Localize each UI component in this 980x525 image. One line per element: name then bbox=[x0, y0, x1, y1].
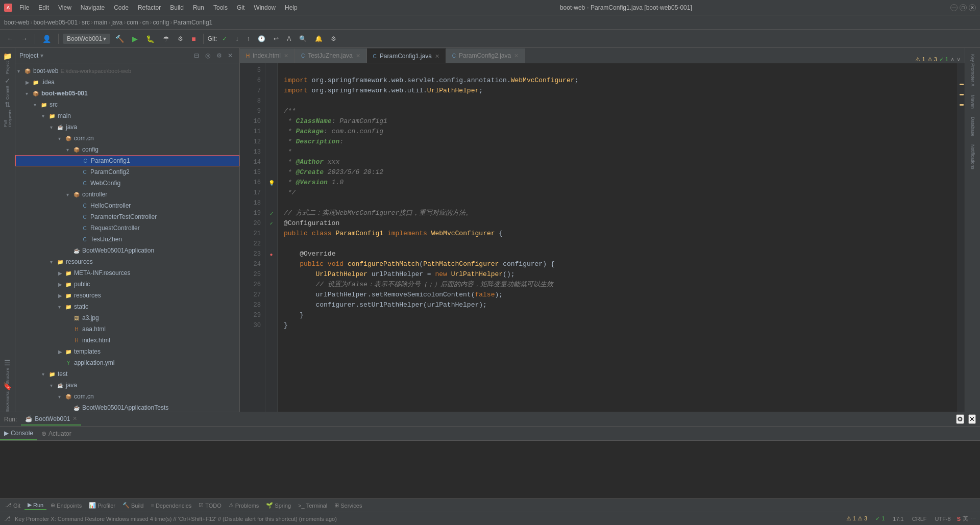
close-tab-testjuzhen[interactable]: ✕ bbox=[356, 53, 360, 59]
collapse-all-button[interactable]: ⊟ bbox=[191, 51, 202, 61]
tree-item-module[interactable]: ▾ 📦 boot-web05-001 bbox=[15, 88, 239, 99]
breadcrumb-config[interactable]: config bbox=[153, 19, 169, 26]
tree-item-com-cn[interactable]: ▾ 📦 com.cn bbox=[15, 133, 239, 144]
code-content[interactable]: import org.springframework.web.servlet.c… bbox=[278, 63, 958, 412]
tree-item-test-java[interactable]: ▾ ☕ java bbox=[15, 380, 239, 391]
console-tab[interactable]: ▶ Console bbox=[0, 427, 37, 440]
minimize-button[interactable]: — bbox=[950, 4, 958, 11]
tree-item-aaa-html[interactable]: ▶ H aaa.html bbox=[15, 323, 239, 335]
endpoints-bottom-btn[interactable]: ⊕ Endpoints bbox=[47, 501, 85, 510]
tree-item-paramconfig2[interactable]: ▶ C ParamConfig2 bbox=[15, 166, 239, 178]
breadcrumb-boot-web[interactable]: boot-web bbox=[4, 19, 29, 26]
tree-item-static[interactable]: ▾ 📁 static bbox=[15, 301, 239, 312]
translate-button[interactable]: A bbox=[284, 34, 294, 44]
stop-button[interactable]: ■ bbox=[188, 33, 199, 44]
menu-tools[interactable]: Tools bbox=[209, 3, 232, 12]
settings-button[interactable]: ⚙ bbox=[328, 34, 339, 44]
tree-item-java[interactable]: ▾ ☕ java bbox=[15, 121, 239, 133]
git-bottom-btn[interactable]: ⎇ Git bbox=[2, 501, 23, 510]
structure-icon[interactable]: ☰ Structure bbox=[1, 359, 14, 384]
profile-button[interactable]: ⚙ bbox=[175, 34, 186, 44]
tree-item-controller[interactable]: ▾ 📦 controller bbox=[15, 189, 239, 200]
notifications-button[interactable]: 🔔 bbox=[312, 34, 326, 44]
tree-item-a3jpg[interactable]: ▶ 🖼 a3.jpg bbox=[15, 312, 239, 323]
status-ok[interactable]: ✓ 1 bbox=[873, 515, 887, 522]
menu-navigate[interactable]: Navigate bbox=[77, 3, 109, 12]
menu-run[interactable]: Run bbox=[189, 3, 208, 12]
tree-item-idea[interactable]: ▶ 📁 .idea bbox=[15, 77, 239, 88]
menu-edit[interactable]: Edit bbox=[34, 3, 53, 12]
tree-item-test[interactable]: ▾ 📁 test bbox=[15, 368, 239, 380]
tree-item-hello-controller[interactable]: ▶ C HelloController bbox=[15, 200, 239, 211]
debug-button[interactable]: 🐛 bbox=[143, 33, 158, 44]
profile-icon[interactable]: 👤 bbox=[39, 33, 54, 44]
close-button[interactable]: ✕ bbox=[969, 4, 976, 11]
tree-item-param-test-controller[interactable]: ▶ C ParameterTestController bbox=[15, 211, 239, 222]
menu-refactor[interactable]: Refactor bbox=[134, 3, 165, 12]
tree-item-config[interactable]: ▾ 📦 config bbox=[15, 144, 239, 155]
forward-button[interactable]: → bbox=[18, 34, 31, 44]
tree-item-paramconfig1[interactable]: ▶ C ParamConfig1 bbox=[15, 155, 239, 166]
profiler-bottom-btn[interactable]: 📊 Profiler bbox=[86, 501, 118, 510]
tree-item-testjuzhen[interactable]: ▶ C TestJuZhen bbox=[15, 234, 239, 245]
profile-selector[interactable]: BootWeb001 ▾ bbox=[63, 34, 110, 44]
breadcrumb-module[interactable]: boot-web05-001 bbox=[33, 19, 78, 26]
database-label[interactable]: Database bbox=[970, 113, 975, 141]
breadcrumb-java[interactable]: java bbox=[111, 19, 122, 26]
run-button[interactable]: ▶ bbox=[129, 33, 141, 44]
git-revert-button[interactable]: ↩ bbox=[271, 34, 282, 44]
menu-build[interactable]: Build bbox=[166, 3, 188, 12]
tree-item-main[interactable]: ▾ 📁 main bbox=[15, 110, 239, 121]
notifications-label[interactable]: Notifications bbox=[970, 140, 975, 173]
breadcrumb-main[interactable]: main bbox=[94, 19, 107, 26]
breadcrumb-com[interactable]: com bbox=[127, 19, 138, 26]
back-button[interactable]: ← bbox=[4, 34, 16, 44]
actuator-tab[interactable]: ⊕ Actuator bbox=[37, 427, 76, 440]
run-bottom-btn[interactable]: ▶ Run bbox=[24, 501, 46, 510]
pull-requests-icon[interactable]: ⇅ Pull Requests bbox=[1, 101, 14, 127]
close-tab-paramconfig2[interactable]: ✕ bbox=[514, 53, 519, 59]
git-push-button[interactable]: ↑ bbox=[243, 34, 253, 44]
cursor-position[interactable]: 17:1 bbox=[891, 516, 905, 522]
menu-file[interactable]: File bbox=[15, 3, 33, 12]
services-bottom-btn[interactable]: ⊞ Services bbox=[331, 501, 365, 510]
terminal-bottom-btn[interactable]: >_ Terminal bbox=[295, 502, 330, 510]
run-name-tab[interactable]: ☕ BootWeb001 ✕ bbox=[21, 413, 81, 426]
tree-item-templates[interactable]: ▶ 📁 templates bbox=[15, 346, 239, 357]
maven-label[interactable]: Maven bbox=[970, 91, 975, 113]
commit-icon[interactable]: ✓ Commit bbox=[1, 76, 14, 101]
dependencies-bottom-btn[interactable]: ≡ Dependencies bbox=[148, 502, 195, 510]
tree-item-bootapplication[interactable]: ▶ ☕ BootWeb05001Application bbox=[15, 245, 239, 256]
menu-git[interactable]: Git bbox=[233, 3, 249, 12]
todo-bottom-btn[interactable]: ☑ TODO bbox=[195, 501, 225, 510]
git-check-button[interactable]: ✓ bbox=[219, 34, 230, 44]
close-run-tab[interactable]: ✕ bbox=[72, 415, 77, 422]
status-warnings[interactable]: ⚠ 1 ⚠ 3 bbox=[844, 515, 869, 522]
maximize-button[interactable]: □ bbox=[960, 4, 967, 11]
tree-item-boot-tests[interactable]: ▶ ☕ BootWeb05001ApplicationTests bbox=[15, 402, 239, 412]
close-tab-paramconfig1[interactable]: ✕ bbox=[435, 53, 439, 60]
coverage-button[interactable]: ☂ bbox=[160, 33, 173, 44]
tree-item-resources[interactable]: ▾ 📁 resources bbox=[15, 256, 239, 267]
spring-bottom-btn[interactable]: 🌱 Spring bbox=[263, 501, 294, 510]
breadcrumb-cn[interactable]: cn bbox=[142, 19, 149, 26]
tree-item-boot-web[interactable]: ▾ 📦 boot-web E:\idea-workspace\boot-web bbox=[15, 65, 239, 77]
run-panel-settings[interactable]: ⚙ bbox=[956, 414, 964, 424]
tree-item-index-html[interactable]: ▶ H index.html bbox=[15, 335, 239, 346]
tree-item-test-com-cn[interactable]: ▾ 📦 com.cn bbox=[15, 391, 239, 402]
menu-help[interactable]: Help bbox=[281, 3, 302, 12]
menu-view[interactable]: View bbox=[54, 3, 76, 12]
tree-item-public[interactable]: ▶ 📁 public bbox=[15, 279, 239, 290]
tab-paramconfig1[interactable]: C ParamConfig1.java ✕ bbox=[367, 48, 446, 63]
build-bottom-btn[interactable]: 🔨 Build bbox=[119, 501, 146, 510]
tree-item-resources2[interactable]: ▶ 📁 resources bbox=[15, 290, 239, 301]
menu-window[interactable]: Window bbox=[250, 3, 280, 12]
tree-item-webconfig[interactable]: ▶ C WebConfig bbox=[15, 178, 239, 189]
build-button[interactable]: 🔨 bbox=[112, 33, 127, 44]
bookmarks-icon[interactable]: 🔖 Bookmarks bbox=[1, 384, 14, 410]
tree-item-application-yml[interactable]: ▶ Y application.yml bbox=[15, 357, 239, 368]
search-everywhere-button[interactable]: 🔍 bbox=[296, 34, 310, 44]
tab-index-html[interactable]: H index.html ✕ bbox=[240, 48, 295, 63]
problems-bottom-btn[interactable]: ⚠ Problems bbox=[226, 501, 262, 510]
key-promoter-label[interactable]: Key Promoter X bbox=[970, 50, 975, 91]
